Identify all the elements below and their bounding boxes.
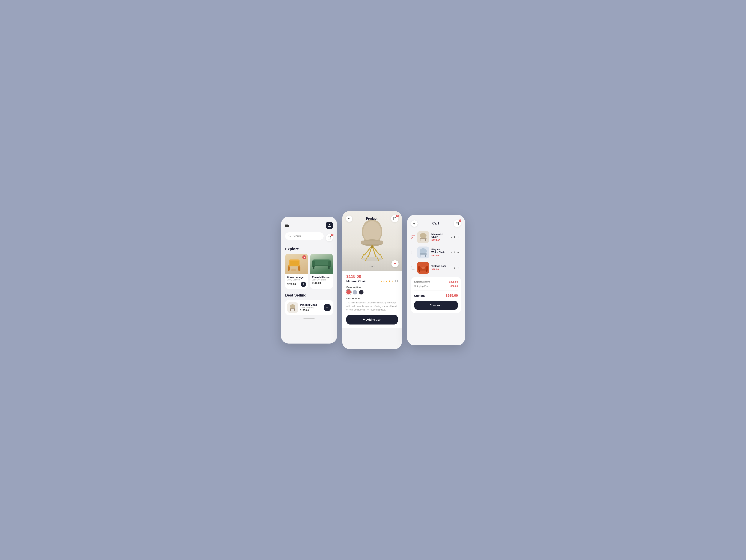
svg-rect-14 [328, 265, 330, 269]
qty-plus-3[interactable]: + [458, 266, 459, 269]
cart-header-cart-icon [456, 222, 459, 225]
explore-card-2[interactable]: Emerald Haven Luxe Evergreen $115.00 [310, 254, 333, 289]
avatar-button[interactable] [326, 222, 333, 229]
cart-chair-1-svg [417, 231, 429, 243]
best-card-arrow-button[interactable]: → [324, 304, 331, 311]
summary-divider [414, 290, 458, 291]
explore-grid: ♥ Citru [285, 254, 333, 289]
cart-item-1: Minimalist Chair $235.00 - 2 + [411, 231, 461, 243]
wishlist-heart-icon: ♥ [394, 262, 396, 266]
qty-minus-2[interactable]: - [451, 251, 452, 254]
cart-item-2: Elegant White Chair $124.00 - 1 + [411, 247, 461, 258]
cart-back-button[interactable] [411, 220, 418, 227]
cart-checkbox-2[interactable] [411, 251, 415, 254]
qty-plus-1[interactable]: + [458, 236, 459, 239]
qty-plus-2[interactable]: + [458, 251, 459, 254]
qty-minus-1[interactable]: - [451, 236, 452, 239]
qty-control-3: - 1 + [449, 265, 461, 270]
explore-card-1[interactable]: ♥ Citru [285, 254, 308, 289]
svg-rect-16 [290, 308, 295, 309]
best-card-name: Minimal Chair [300, 303, 322, 306]
add-to-cart-button[interactable]: + Add to Cart [346, 315, 398, 325]
card-1-price: $250.00 [287, 283, 296, 285]
cart-title: Cart [432, 222, 439, 225]
best-card-sub: Sleek Simplicity [300, 306, 322, 308]
screens-container: 2 Explore ♥ [281, 211, 465, 349]
star-2: ★ [383, 280, 385, 283]
description-text: The minimalist chair embodies simplicity… [346, 301, 398, 312]
dot-3 [374, 266, 375, 268]
star-4: ★ [389, 280, 391, 283]
cart-badge: 2 [331, 234, 334, 236]
best-card-info: Minimal Chair Sleek Simplicity $125.00 [300, 303, 322, 312]
product-cart-icon [393, 217, 396, 220]
search-row: 2 [285, 232, 333, 243]
summary-section: Selected Items $235.00 Shipping Fee $30.… [414, 280, 458, 287]
dot-1 [369, 266, 371, 268]
product-name: Minimal Chair [346, 280, 366, 283]
cart-header-badge: 2 [459, 220, 461, 222]
search-input[interactable] [293, 234, 321, 237]
card-1-sub: Zesty Comfort [287, 279, 306, 281]
cart-item-name-1: Minimalist Chair [431, 233, 447, 238]
qty-control-1: - 2 + [449, 235, 461, 240]
best-chair-svg [288, 303, 297, 312]
cart-item-info-2: Elegant White Chair $124.00 [431, 248, 447, 257]
color-dark[interactable] [359, 290, 364, 295]
card-1-image: ♥ [285, 254, 308, 274]
cart-checkbox-1[interactable] [411, 235, 415, 239]
cart-item-info-3: Vintage Sofa $89.00 [431, 264, 447, 271]
explore-section: Explore ♥ [285, 247, 333, 289]
svg-line-32 [380, 254, 382, 259]
svg-rect-41 [425, 239, 426, 241]
svg-rect-46 [425, 254, 426, 257]
product-back-button[interactable] [346, 216, 352, 222]
shipping-label: Shipping Fee [414, 285, 429, 287]
checkbox-check-icon [412, 236, 414, 239]
best-selling-section: Best Selling Minimal Chair Sleek Simplic… [285, 293, 333, 315]
add-card-1-button[interactable]: + [301, 282, 306, 287]
cart-header: Cart 2 [411, 220, 461, 227]
cart-checkbox-3[interactable] [411, 266, 415, 270]
best-card-img-1 [287, 302, 298, 313]
card-2-sub: Luxe Evergreen [312, 279, 331, 281]
home-indicator [304, 318, 315, 319]
color-blue-grey[interactable] [353, 290, 357, 295]
dot-2 [372, 266, 373, 268]
color-red[interactable] [346, 290, 351, 295]
selected-items-value: $235.00 [449, 280, 458, 283]
qty-num-1: 2 [453, 236, 456, 239]
svg-rect-7 [298, 266, 299, 271]
product-image-section: Product 2 ♥ [342, 211, 402, 271]
svg-rect-51 [419, 270, 420, 272]
explore-title: Explore [285, 247, 333, 251]
svg-rect-49 [418, 266, 420, 271]
qty-num-2: 1 [453, 251, 456, 254]
cart-header-cart-button[interactable]: 2 [454, 220, 461, 227]
cart-icon [327, 236, 331, 240]
product-chair-svg [353, 219, 391, 263]
home-cart-button[interactable]: 2 [326, 234, 333, 241]
cart-item-3: Vintage Sofa $89.00 - 1 + [411, 262, 461, 274]
cart-item-price-2: $124.00 [431, 254, 447, 257]
product-wishlist-button[interactable]: ♥ [392, 260, 399, 268]
star-1: ★ [380, 280, 382, 283]
cart-item-img-3 [417, 262, 429, 274]
svg-point-30 [362, 257, 382, 261]
checkout-label: Checkout [430, 304, 442, 307]
product-cart-button[interactable]: 2 [391, 215, 398, 222]
best-card-price: $125.00 [300, 309, 322, 312]
svg-point-29 [371, 245, 374, 248]
plus-icon: + [363, 317, 365, 321]
checkout-button[interactable]: Checkout [414, 301, 458, 310]
dot-indicators [369, 266, 375, 268]
subtotal-label: Subtotal [414, 294, 425, 297]
cart-items-list: Minimalist Chair $235.00 - 2 + [411, 231, 461, 274]
card-1-footer: $250.00 + [287, 282, 306, 287]
qty-minus-3[interactable]: - [451, 266, 452, 269]
hamburger-menu[interactable] [285, 224, 289, 227]
wishlist-badge-1: ♥ [302, 255, 307, 259]
best-card-1[interactable]: Minimal Chair Sleek Simplicity $125.00 → [285, 300, 333, 315]
svg-point-53 [421, 267, 425, 269]
svg-rect-13 [313, 265, 314, 269]
